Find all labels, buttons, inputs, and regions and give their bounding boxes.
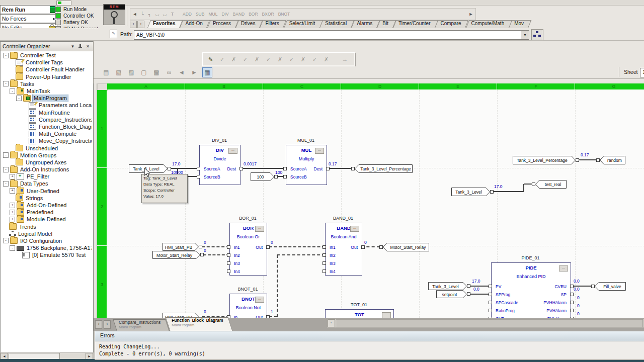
untest-edits-icon[interactable]: ✗ — [298, 55, 308, 64]
input-pin-in4[interactable]: In4 — [234, 269, 240, 274]
routine-tabs-scroll-left-button[interactable]: ‹ — [95, 320, 102, 329]
new-sheet-icon[interactable]: ▢ — [139, 68, 148, 77]
tree-expand-toggle-icon[interactable]: + — [10, 174, 15, 179]
tree-item-0-emulate-5570-test[interactable]: [0] Emulate 5570 Test — [1, 251, 92, 258]
pin-icon[interactable] — [77, 43, 84, 50]
tree-item-move-copy-instructions[interactable]: Move_Copy_Instructions — [1, 137, 92, 144]
edit-sheet-icon[interactable]: ▧ — [114, 68, 123, 77]
palette-tab-timer-counter[interactable]: Timer/Counter — [394, 20, 437, 28]
tree-item-logical-model[interactable]: Logical Model — [1, 230, 92, 237]
input-pin-in2[interactable]: In2 — [330, 253, 336, 258]
controller-mode-dropdown[interactable]: Rem Run — [0, 5, 57, 14]
tree-expand-toggle-icon[interactable]: - — [3, 167, 9, 172]
output-pin-out[interactable]: Out — [351, 245, 358, 250]
input-pin-in2[interactable]: In2 — [234, 253, 240, 258]
palette-tab-process[interactable]: Process — [209, 20, 237, 28]
next-sheet-icon[interactable]: ► — [190, 68, 199, 77]
input-reference-tag-tank-3-level[interactable]: Tank_3_Level — [451, 188, 490, 196]
accept-pending-program-edits-icon[interactable]: ✓ — [240, 55, 250, 64]
tree-expand-toggle-icon[interactable]: - — [10, 245, 15, 251]
palette-tab-drives[interactable]: Drives — [237, 20, 261, 28]
tree-expand-toggle-icon[interactable]: - — [3, 238, 9, 243]
tree-item-module-defined[interactable]: +Module-Defined — [1, 216, 92, 223]
tree-item-motion-groups[interactable]: -Motion Groups — [1, 152, 92, 159]
tree-item-predefined[interactable]: +Predefined — [1, 209, 92, 216]
output-pin-sp[interactable]: SP — [561, 292, 567, 297]
palette-tab-compute-math[interactable]: Compute/Math — [467, 20, 511, 28]
tree-item-data-types[interactable]: -Data Types — [1, 180, 92, 187]
tree-item-i-o-configuration[interactable]: -I/O Configuration — [1, 237, 92, 244]
tree-item-strings[interactable]: Strings — [1, 195, 92, 202]
palette-tab-add-on[interactable]: Add-On — [181, 20, 208, 28]
palette-tab-favorites[interactable]: Favorites — [149, 20, 181, 28]
instruction-button-div[interactable]: DIV — [221, 11, 229, 18]
input-pin-spcascade[interactable]: SPCascade — [496, 300, 518, 305]
tree-expand-toggle-icon[interactable]: + — [10, 188, 15, 194]
tree-item-power-up-handler[interactable]: Power-Up Handler — [1, 73, 92, 80]
output-reference-tag-tank-3-level-percentage[interactable]: Tank_3_Level_Percentage — [355, 164, 413, 173]
output-reference-tag-fill-valve[interactable]: Fill_valve — [595, 282, 626, 291]
scrollbar-thumb[interactable] — [336, 319, 643, 327]
link-icon[interactable]: ∞ — [165, 68, 174, 77]
block-properties-button[interactable]: ... — [382, 312, 391, 318]
scroll-left-icon[interactable]: ‹ — [328, 319, 335, 327]
instruction-button-bnot[interactable]: BNOT — [278, 11, 291, 18]
tree-item-unscheduled[interactable]: Unscheduled — [1, 144, 92, 151]
panel-dropdown-icon[interactable]: ▼ — [69, 43, 76, 50]
tree-item-tasks[interactable]: -Tasks — [1, 80, 92, 87]
fbd-block-mul-01[interactable]: MUL...MultiplySourceASourceBDest — [286, 145, 327, 185]
block-properties-button[interactable]: ... — [315, 148, 324, 154]
instruction-button-bxor[interactable]: BXOR — [262, 11, 275, 18]
who-active-button[interactable] — [531, 29, 543, 40]
input-reference-tag-setpoint[interactable]: setpoint — [436, 290, 467, 298]
input-pin-sourcea[interactable]: SourceA — [290, 166, 307, 171]
input-pin-in1[interactable]: In1 — [234, 245, 240, 250]
canvas-horizontal-scrollbar[interactable]: ‹ — [327, 319, 644, 328]
text-box-tool-icon[interactable]: T — [169, 11, 176, 18]
start-pending-edits-icon[interactable]: ✎ — [206, 55, 215, 64]
tree-expand-toggle-icon[interactable]: + — [10, 217, 15, 222]
tree-expand-toggle-icon[interactable]: - — [3, 181, 9, 187]
output-pin-pvhalarm[interactable]: PVHAlarm — [546, 308, 567, 313]
panel-close-icon[interactable]: ✕ — [85, 43, 91, 50]
output-pin-dest[interactable]: Dest — [314, 166, 323, 171]
toolbar-scroll-right-icon[interactable]: ► — [468, 12, 473, 17]
grid-toggle-icon[interactable]: ▦ — [202, 67, 212, 77]
routine-properties-icon[interactable]: ▤ — [102, 68, 111, 77]
palette-tab-mov[interactable]: Mov — [510, 20, 530, 28]
input-pin-sourceb[interactable]: SourceB — [290, 174, 307, 179]
tree-expand-toggle-icon[interactable]: + — [10, 203, 15, 208]
input-reference-tool-icon[interactable]: ◡ — [153, 11, 161, 18]
input-pin-in4[interactable]: In4 — [330, 269, 336, 274]
accept-edits-icon[interactable]: ✓ — [310, 55, 319, 64]
input-reference-tag-hmi-start-pb[interactable]: HMI_Start_PB — [163, 243, 199, 251]
cancel-assemble-icon[interactable]: ✗ — [275, 55, 285, 64]
input-pin-pv[interactable]: PV — [496, 284, 501, 289]
tree-item-controller-fault-handler[interactable]: Controller Fault Handler — [1, 66, 92, 73]
output-reference-tag-motor-start-relay[interactable]: Motor_Start_Relay — [383, 243, 429, 251]
cancel-edits-icon[interactable]: ✗ — [321, 55, 331, 64]
palette-tab-alarms[interactable]: Alarms — [353, 20, 378, 28]
routine-tab-function-block-diagram[interactable]: Function_Block_DiagramMainProgram — [168, 317, 230, 331]
tree-item-user-defined[interactable]: +User-Defined — [1, 188, 92, 195]
tab-scroll-right-button[interactable]: › — [137, 21, 144, 28]
palette-tab-bit[interactable]: Bit — [378, 20, 394, 28]
output-reference-tag-test-real[interactable]: test_real — [535, 180, 567, 189]
finalize-edits-icon[interactable]: → — [340, 55, 350, 64]
tree-item-controller-test[interactable]: -Controller Test — [1, 52, 92, 59]
tree-item-mainroutine[interactable]: MainRoutine — [1, 109, 92, 116]
tree-item-add-on-defined[interactable]: +Add-On-Defined — [1, 202, 92, 209]
input-reference-tag-tank-3-level-percentage[interactable]: Tank_3_Level_Percentage — [513, 156, 576, 164]
wire-connector-tool-icon[interactable]: └ — [138, 11, 146, 18]
tree-item-maintask[interactable]: -MainTask — [1, 87, 92, 95]
input-reference-tag-tank-3-level[interactable]: Tank_3_Level — [428, 282, 467, 290]
sheet-number-spinner[interactable]: 1 — [640, 68, 644, 77]
tree-item-math-compute[interactable]: Math_Compute — [1, 130, 92, 137]
test-edits-icon[interactable]: ✓ — [287, 55, 296, 64]
path-dropdown-arrow-icon[interactable]: ▼ — [521, 31, 529, 39]
fbd-block-div-01[interactable]: DIV...DivideSourceASourceBDest — [199, 145, 240, 185]
toolbar-scroll-left-icon[interactable]: ◄ — [132, 12, 137, 17]
tree-item-mainprogram[interactable]: -MainProgram — [1, 95, 92, 102]
routine-tabs-scroll-right-button[interactable]: › — [104, 320, 111, 329]
tree-expand-toggle-icon[interactable]: + — [10, 210, 15, 215]
